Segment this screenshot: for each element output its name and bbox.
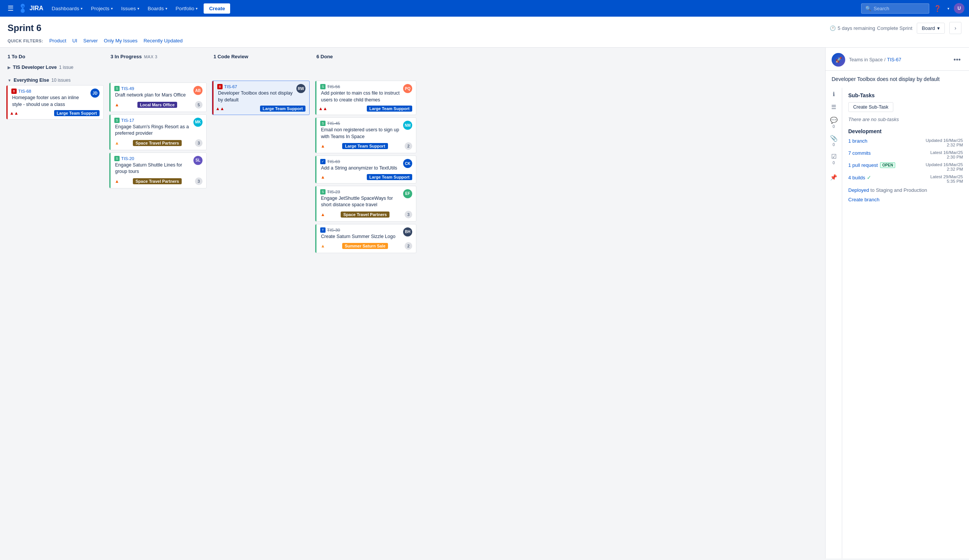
card-id-TIS-30[interactable]: TIS-30 bbox=[327, 228, 340, 232]
branch-link[interactable]: 1 branch bbox=[848, 138, 867, 144]
swimlane-name: TIS Developer Love bbox=[13, 65, 57, 70]
nav-dashboards[interactable]: Dashboards ▾ bbox=[48, 3, 86, 13]
column-header-codereview: 1 Code Review bbox=[212, 54, 310, 62]
card-id-TIS-56[interactable]: TIS-56 bbox=[327, 85, 340, 89]
column-title-done: 6 Done bbox=[316, 54, 333, 60]
card-summary-TIS-67: Developer Toolbox does not display by de… bbox=[217, 90, 294, 103]
bug-icon: B bbox=[217, 84, 223, 89]
attachment-icon-badge[interactable]: 📎 0 bbox=[830, 135, 837, 147]
checklist-count: 0 bbox=[833, 161, 835, 165]
comment-icon: 💬 bbox=[830, 116, 837, 124]
card-TIS-45[interactable]: S TIS-45 Email non registered users to s… bbox=[315, 117, 416, 153]
nav-issues[interactable]: Issues ▾ bbox=[117, 3, 143, 13]
card-id-TIS-67[interactable]: TIS-67 bbox=[224, 85, 237, 89]
card-border-green bbox=[109, 115, 110, 150]
card-TIS-56[interactable]: S TIS-56 Add pointer to main css file to… bbox=[315, 81, 416, 115]
sprint-timer: 🕐 5 days remaining Complete Sprint bbox=[830, 25, 912, 31]
filter-recently-updated[interactable]: Recently Updated bbox=[143, 38, 182, 43]
story-icon: S bbox=[114, 118, 120, 123]
detail-slash: / bbox=[884, 57, 885, 62]
card-TIS-67[interactable]: B TIS-67 Developer Toolbox does not disp… bbox=[212, 81, 310, 115]
card-id-TIS-69[interactable]: TIS-69 bbox=[327, 159, 340, 164]
deployed-row: Deployed to Staging and Production bbox=[848, 187, 963, 193]
menu-icon[interactable]: ☰ bbox=[5, 2, 17, 15]
help-icon[interactable]: ❓ bbox=[932, 3, 943, 13]
card-count-TIS-20: 3 bbox=[195, 178, 203, 185]
card-meta: B TIS-67 bbox=[217, 84, 294, 89]
checklist-icon-badge[interactable]: ☑ 0 bbox=[831, 153, 836, 165]
card-TIS-68[interactable]: B TIS-68 Homepage footer uses an inline … bbox=[6, 85, 104, 120]
card-id-TIS-20[interactable]: TIS-20 bbox=[121, 156, 134, 161]
board-button[interactable]: Board ▾ bbox=[917, 23, 945, 34]
deployed-link[interactable]: Deployed bbox=[848, 187, 869, 193]
nav-boards[interactable]: Boards ▾ bbox=[144, 3, 171, 13]
nav-portfolio[interactable]: Portfolio ▾ bbox=[172, 3, 202, 13]
detail-more-button[interactable]: ••• bbox=[951, 56, 963, 64]
board-area: 1 To Do ▶ TIS Developer Love 1 issue ▼ E… bbox=[0, 48, 969, 558]
filter-server[interactable]: Server bbox=[83, 38, 98, 43]
card-label-TIS-69: Large Team Support bbox=[367, 174, 412, 180]
priority-high-icon: ▲ bbox=[320, 143, 326, 149]
info-icon[interactable]: ℹ bbox=[833, 91, 835, 98]
jira-logo[interactable]: JIRA bbox=[18, 4, 43, 13]
story-icon: S bbox=[320, 84, 326, 89]
builds-meta: Latest 29/Mar/25 5:35 PM bbox=[931, 174, 963, 183]
column-title-inprogress: 3 In Progress bbox=[110, 54, 142, 60]
card-TIS-30[interactable]: T TIS-30 Create Saturn Summer Sizzle Log… bbox=[315, 224, 416, 254]
card-footer: ▲▲ Large Team Support bbox=[320, 106, 412, 111]
logo-text: JIRA bbox=[30, 5, 43, 12]
card-label-TIS-17: Space Travel Partners bbox=[133, 140, 181, 146]
boards-caret: ▾ bbox=[165, 7, 167, 11]
card-id-TIS-68[interactable]: TIS-68 bbox=[18, 89, 32, 93]
card-TIS-69[interactable]: ✓ TIS-69 Add a String anonymizer to Text… bbox=[315, 156, 416, 183]
chevron-down-icon[interactable]: ▾ bbox=[946, 5, 951, 12]
create-button[interactable]: Create bbox=[204, 3, 230, 13]
card-footer: ▲ Large Team Support bbox=[320, 174, 412, 180]
complete-sprint-button[interactable]: Complete Sprint bbox=[877, 25, 912, 31]
pin-icon[interactable]: 📌 bbox=[830, 174, 837, 181]
swimlane-header-inprogress[interactable]: ▶ bbox=[109, 62, 206, 71]
collapse-panel-button[interactable]: › bbox=[949, 22, 961, 34]
deployed-dest: to Staging and Production bbox=[871, 187, 927, 193]
card-TIS-17[interactable]: S TIS-17 Engage Saturn's Rings Resort as… bbox=[109, 114, 206, 150]
card-id-TIS-23[interactable]: TIS-23 bbox=[327, 189, 340, 194]
builds-wrapper: 4 builds ✓ bbox=[848, 174, 871, 181]
swimlane-header-everything-else[interactable]: ▼ Everything Else 10 issues bbox=[6, 75, 104, 85]
card-meta: S TIS-56 bbox=[320, 84, 401, 89]
card-summary-TIS-23: Engage JetShuttle SpaceWays for short di… bbox=[320, 195, 401, 208]
filter-product[interactable]: Product bbox=[49, 38, 66, 43]
card-TIS-20[interactable]: S TIS-20 Engage Saturn Shuttle Lines for… bbox=[109, 153, 206, 188]
search-box[interactable]: 🔍 Search bbox=[861, 3, 929, 13]
card-id-TIS-45[interactable]: TIS-45 bbox=[327, 121, 340, 126]
detail-issue-link[interactable]: TIS-67 bbox=[887, 57, 901, 62]
pull-request-link[interactable]: 1 pull request bbox=[848, 162, 878, 168]
column-header-todo: 1 To Do bbox=[6, 54, 105, 62]
card-header-row: S TIS-45 Email non registered users to s… bbox=[320, 121, 412, 140]
priority-highest-icon: ▲▲ bbox=[217, 106, 223, 111]
priority-high-icon: ▲ bbox=[320, 174, 326, 180]
priority-high-icon: ▲ bbox=[114, 102, 120, 108]
swimlane-toggle-expanded: ▼ bbox=[8, 78, 12, 83]
card-label-TIS-49: Local Mars Office bbox=[137, 102, 178, 108]
card-id-TIS-49[interactable]: TIS-49 bbox=[121, 86, 134, 91]
list-icon[interactable]: ☰ bbox=[831, 104, 836, 110]
column-header-inprogress: 3 In Progress Max 3 bbox=[109, 54, 207, 62]
card-TIS-49[interactable]: S TIS-49 Draft network plan for Mars Off… bbox=[109, 83, 206, 112]
commits-link[interactable]: 7 commits bbox=[848, 150, 871, 156]
user-avatar[interactable]: U bbox=[954, 3, 964, 13]
card-border-green bbox=[315, 118, 316, 153]
filter-only-my-issues[interactable]: Only My Issues bbox=[104, 38, 137, 43]
card-meta: S TIS-17 bbox=[114, 118, 191, 123]
card-label-TIS-68: Large Team Support bbox=[54, 110, 100, 116]
card-border-green bbox=[315, 224, 316, 253]
card-id-TIS-17[interactable]: TIS-17 bbox=[121, 118, 134, 123]
comment-icon-badge[interactable]: 💬 0 bbox=[830, 116, 837, 129]
create-subtask-button[interactable]: Create Sub-Task bbox=[848, 102, 893, 112]
swimlane-header-tis-developer-love[interactable]: ▶ TIS Developer Love 1 issue bbox=[6, 62, 104, 72]
create-branch-link[interactable]: Create branch bbox=[848, 197, 963, 203]
filter-ui[interactable]: UI bbox=[72, 38, 77, 43]
nav-projects[interactable]: Projects ▾ bbox=[87, 3, 117, 13]
builds-link[interactable]: 4 builds bbox=[848, 175, 865, 181]
card-TIS-23[interactable]: S TIS-23 Engage JetShuttle SpaceWays for… bbox=[315, 186, 416, 222]
commits-meta: Latest 16/Mar/25 2:30 PM bbox=[931, 150, 963, 159]
